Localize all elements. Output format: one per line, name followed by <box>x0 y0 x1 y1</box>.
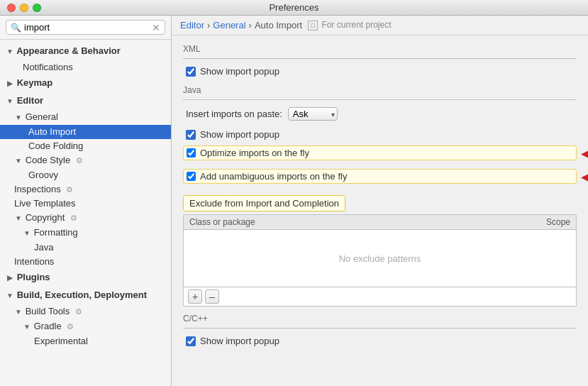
sidebar-item-groovy[interactable]: Groovy <box>0 168 171 182</box>
expand-arrow: ▼ <box>23 320 31 334</box>
content-body: XML Show import popup Java Insert import… <box>172 35 588 386</box>
cpp-divider <box>183 328 577 329</box>
sidebar-item-label: Keymap <box>17 77 53 88</box>
sidebar-item-code-style[interactable]: ▼ Code Style ⚙ <box>0 153 171 168</box>
repo-icon: ⚙ <box>75 307 82 316</box>
sidebar-item-label: Build, Execution, Deployment <box>17 290 147 300</box>
sidebar-item-label: Copyright <box>26 212 65 223</box>
sidebar-item-label: Groovy <box>28 170 58 180</box>
clear-search-icon[interactable]: ✕ <box>152 23 160 33</box>
java-show-import-popup-row: Show import popup <box>183 128 577 141</box>
breadcrumb-sep1: › <box>207 20 210 31</box>
xml-section: XML Show import popup <box>183 44 577 78</box>
remove-pattern-button[interactable]: – <box>205 290 219 304</box>
insert-imports-select-wrap: Ask Always Never <box>288 107 338 121</box>
breadcrumb-editor[interactable]: Editor <box>180 20 204 31</box>
add-unambiguous-label: Add unambiguous imports on the fly <box>200 171 347 182</box>
sidebar-item-label: Java <box>34 242 53 253</box>
exclude-table: Class or package Scope No exclude patter… <box>183 214 577 307</box>
sidebar-item-label: Intentions <box>14 256 54 267</box>
expand-arrow: ▼ <box>6 94 14 109</box>
cpp-show-import-popup-checkbox[interactable] <box>186 336 196 346</box>
expand-arrow: ▼ <box>14 111 23 125</box>
minimize-button[interactable] <box>20 4 28 12</box>
expand-arrow: ▼ <box>14 211 23 226</box>
breadcrumb-general[interactable]: General <box>213 20 245 31</box>
sidebar-item-editor[interactable]: ▼ Editor <box>0 92 171 110</box>
xml-divider <box>183 58 577 59</box>
window-title: Preferences <box>269 2 318 13</box>
sidebar-item-general[interactable]: ▼ General <box>0 110 171 125</box>
for-project-text: □ For current project <box>308 20 391 31</box>
sidebar-item-label: Appearance & Behavior <box>16 45 121 56</box>
sidebar-item-build-tools[interactable]: ▼ Build Tools ⚙ <box>0 304 171 319</box>
java-show-import-popup-checkbox[interactable] <box>186 130 196 140</box>
sidebar-item-keymap[interactable]: ▶ Keymap <box>0 75 171 92</box>
search-input[interactable] <box>24 22 149 33</box>
content-panel: Editor › General › Auto Import □ For cur… <box>172 16 588 386</box>
optimize-imports-checkbox[interactable] <box>187 148 196 158</box>
expand-arrow: ▼ <box>14 305 23 319</box>
sidebar-item-label: General <box>26 111 58 122</box>
sidebar-item-label: Plugins <box>17 272 50 282</box>
add-unambiguous-checkbox[interactable] <box>187 172 196 181</box>
xml-section-label: XML <box>183 44 577 54</box>
sidebar-item-copyright[interactable]: ▼ Copyright ⚙ <box>0 211 171 226</box>
cpp-show-import-popup-label: Show import popup <box>200 336 279 346</box>
xml-show-import-popup-label: Show import popup <box>200 66 279 77</box>
table-empty-text: No exclude patterns <box>339 253 421 264</box>
sidebar-item-plugins[interactable]: ▶ Plugins <box>0 269 171 287</box>
sidebar-item-label: Build Tools <box>26 306 70 316</box>
breadcrumb-auto-import: Auto Import <box>255 20 302 31</box>
sidebar-tree: ▼ Appearance & Behavior Notifications ▶ … <box>0 40 171 386</box>
xml-show-import-popup-checkbox[interactable] <box>186 67 196 77</box>
main-layout: 🔍 ✕ ▼ Appearance & Behavior Notification… <box>0 16 588 386</box>
maximize-button[interactable] <box>33 4 41 12</box>
xml-show-import-popup-row: Show import popup <box>183 65 577 78</box>
arrow-annotation-optimize <box>580 145 588 165</box>
exclude-section-label: Exclude from Import and Completion <box>183 195 345 211</box>
cpp-show-import-popup-row: Show import popup <box>183 334 577 348</box>
sidebar-item-live-templates[interactable]: Live Templates <box>0 197 171 211</box>
sidebar-item-inspections[interactable]: Inspections ⚙ <box>0 182 171 197</box>
add-pattern-button[interactable]: + <box>188 290 202 304</box>
sidebar-item-appearance[interactable]: ▼ Appearance & Behavior <box>0 43 171 60</box>
sidebar: 🔍 ✕ ▼ Appearance & Behavior Notification… <box>0 16 172 386</box>
table-body: No exclude patterns <box>184 230 576 287</box>
expand-arrow: ▼ <box>6 289 14 303</box>
sidebar-item-intentions[interactable]: Intentions <box>0 255 171 269</box>
search-icon: 🔍 <box>11 23 21 33</box>
sidebar-item-experimental[interactable]: Experimental <box>0 334 171 348</box>
repo-icon: ⚙ <box>66 185 73 194</box>
expand-arrow: ▼ <box>23 226 31 241</box>
sidebar-item-label: Auto Import <box>28 126 76 137</box>
insert-imports-label: Insert imports on paste: <box>186 109 282 119</box>
table-col-class: Class or package <box>189 217 499 227</box>
sidebar-item-auto-import[interactable]: Auto Import <box>0 125 171 139</box>
sidebar-item-label: Gradle <box>34 321 62 331</box>
sidebar-item-label: Inspections <box>14 184 61 194</box>
table-col-scope: Scope <box>499 217 570 227</box>
exclude-section: Exclude from Import and Completion Class… <box>183 195 577 307</box>
sidebar-item-label: Formatting <box>34 227 78 238</box>
titlebar: Preferences <box>0 0 588 16</box>
cpp-section: C/C++ Show import popup <box>183 314 577 348</box>
insert-imports-select[interactable]: Ask Always Never <box>288 107 338 121</box>
sidebar-item-label: Live Templates <box>14 198 75 209</box>
sidebar-item-label: Notifications <box>23 62 73 72</box>
expand-arrow: ▶ <box>6 271 14 285</box>
expand-arrow: ▼ <box>6 45 14 59</box>
sidebar-item-notifications[interactable]: Notifications <box>0 60 171 75</box>
repo-icon: ⚙ <box>76 156 83 165</box>
sidebar-item-code-folding[interactable]: Code Folding <box>0 139 171 153</box>
window-controls <box>7 4 41 12</box>
sidebar-item-gradle[interactable]: ▼ Gradle ⚙ <box>0 319 171 334</box>
sidebar-item-build-exec-deploy[interactable]: ▼ Build, Execution, Deployment <box>0 287 171 304</box>
table-toolbar: + – <box>184 287 576 306</box>
java-show-import-popup-label: Show import popup <box>200 129 279 140</box>
table-header: Class or package Scope <box>184 215 576 230</box>
close-button[interactable] <box>7 4 16 12</box>
breadcrumb-bar: Editor › General › Auto Import □ For cur… <box>172 16 588 35</box>
sidebar-item-java-copyright[interactable]: Java <box>0 241 171 255</box>
sidebar-item-formatting[interactable]: ▼ Formatting <box>0 226 171 241</box>
